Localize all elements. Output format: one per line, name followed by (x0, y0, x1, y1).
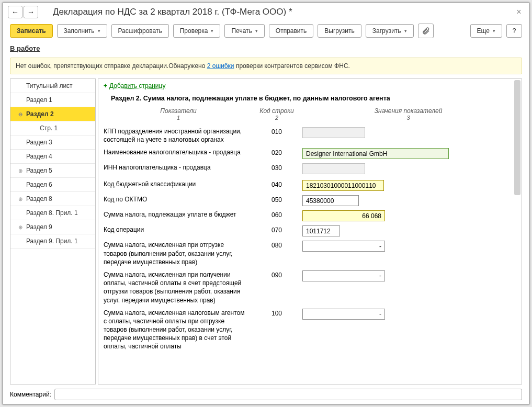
form-row-090: Сумма налога, исчисленная при получении … (98, 268, 522, 307)
decipher-button[interactable]: Расшифровать (111, 24, 169, 38)
send-button[interactable]: Отправить (269, 24, 314, 38)
titlebar: ← → Декларация по НДС за 2 квартал 2018 … (3, 3, 529, 19)
row-label: КПП подразделения иностранной организаци… (104, 127, 253, 144)
field-090[interactable]: - (302, 270, 385, 281)
sidebar-item-3[interactable]: ·Стр. 1 (10, 121, 95, 135)
form-row-070: Код операции0701011712 (98, 223, 522, 239)
more-button[interactable]: Еще (470, 24, 502, 38)
sidebar-item-8[interactable]: ⊕Раздел 8 (10, 192, 95, 206)
info-text-suffix: проверки контрагентов сервисом ФНС. (234, 62, 350, 70)
row-value-wrap (300, 163, 365, 176)
field-030[interactable] (302, 163, 365, 174)
col3-label: Значения показателей (300, 107, 516, 115)
sidebar-item-1[interactable]: ·Раздел 1 (10, 93, 95, 107)
sidebar-item-0[interactable]: ·Титульный лист (10, 79, 95, 93)
sidebar-item-10[interactable]: ⊕Раздел 9 (10, 220, 95, 234)
row-value-wrap: 45380000 (300, 195, 359, 206)
sidebar-item-4[interactable]: ·Раздел 3 (10, 135, 95, 150)
col2-num: 2 (253, 115, 300, 121)
scrollbar[interactable] (514, 80, 520, 195)
sidebar-item-6[interactable]: ⊕Раздел 5 (10, 164, 95, 178)
nav-back-button[interactable]: ← (8, 6, 22, 18)
import-button[interactable]: Загрузить (366, 24, 414, 38)
field-070[interactable]: 1011712 (302, 225, 340, 236)
sidebar-item-label: Стр. 1 (40, 125, 58, 132)
row-value-wrap: 18210301000011000110 (300, 180, 384, 191)
main-area: ·Титульный лист·Раздел 1⊖Раздел 2·Стр. 1… (10, 78, 522, 385)
sidebar: ·Титульный лист·Раздел 1⊖Раздел 2·Стр. 1… (10, 78, 96, 385)
row-label: Код по ОКТМО (104, 195, 253, 204)
row-value-wrap (300, 127, 365, 140)
row-code: 050 (253, 195, 300, 204)
attach-button[interactable] (418, 24, 434, 38)
row-label: Код бюджетной классификации (104, 180, 253, 188)
section-title: Раздел 2. Сумма налога, подлежащая уплат… (98, 93, 522, 106)
toolbar: Записать Заполнить Расшифровать Проверка… (3, 19, 529, 42)
sidebar-item-label: Раздел 8. Прил. 1 (26, 209, 78, 217)
field-010[interactable] (302, 127, 365, 138)
write-button[interactable]: Записать (10, 24, 53, 38)
sidebar-item-5[interactable]: ·Раздел 4 (10, 150, 95, 164)
sidebar-item-7[interactable]: ·Раздел 6 (10, 178, 95, 192)
close-icon: × (516, 7, 521, 17)
check-button[interactable]: Проверка (173, 24, 221, 38)
field-060[interactable]: 66 068 (302, 210, 385, 221)
row-label: Сумма налога, исчисленная налоговым аген… (104, 309, 253, 351)
tree-expander-icon[interactable]: ⊕ (18, 196, 23, 202)
sidebar-item-label: Раздел 9. Прил. 1 (26, 238, 78, 245)
field-100[interactable]: - (302, 309, 385, 320)
row-value-wrap: - (300, 270, 385, 281)
row-value-wrap: 66 068 (300, 210, 385, 221)
field-080[interactable]: - (302, 241, 385, 252)
sidebar-item-label: Раздел 2 (26, 110, 54, 118)
content-pane: +Добавить страницу Раздел 2. Сумма налог… (98, 78, 522, 385)
plus-icon: + (104, 82, 107, 89)
sidebar-item-label: Раздел 4 (26, 153, 52, 160)
window-title: Декларация по НДС за 2 квартал 2018 г. (… (53, 7, 510, 17)
sidebar-item-label: Титульный лист (26, 82, 73, 89)
row-value-wrap: 1011712 (300, 225, 340, 236)
row-code: 060 (253, 210, 300, 219)
print-button[interactable]: Печать (224, 24, 264, 38)
row-code: 090 (253, 270, 300, 279)
row-code: 100 (253, 309, 300, 317)
row-code: 020 (253, 148, 300, 156)
add-page-link[interactable]: Добавить страницу (109, 82, 165, 89)
close-button[interactable]: × (514, 7, 524, 17)
tree-expander-icon[interactable]: ⊕ (18, 168, 23, 174)
export-button[interactable]: Выгрузить (318, 24, 361, 38)
field-040[interactable]: 18210301000011000110 (302, 180, 384, 191)
fill-button[interactable]: Заполнить (57, 24, 107, 38)
row-value-wrap: - (300, 241, 385, 252)
nav-forward-button[interactable]: → (24, 6, 38, 18)
form-row-080: Сумма налога, исчисленная при отгрузке т… (98, 239, 522, 268)
info-errors-link[interactable]: 2 ошибки (207, 62, 234, 70)
arrow-right-icon: → (27, 8, 35, 16)
col2-label: Код строки (253, 107, 300, 115)
form-row-050: Код по ОКТМО05045380000 (98, 193, 522, 208)
sidebar-item-label: Раздел 9 (26, 223, 52, 231)
sidebar-item-label: Раздел 5 (26, 167, 52, 174)
help-button[interactable]: ? (506, 24, 522, 38)
row-code: 080 (253, 241, 300, 249)
sidebar-item-2[interactable]: ⊖Раздел 2 (10, 107, 95, 121)
sidebar-item-label: Раздел 8 (26, 195, 52, 202)
tree-expander-icon[interactable]: ⊕ (18, 224, 23, 230)
tree-expander-icon[interactable]: ⊖ (18, 111, 23, 117)
sidebar-item-label: Раздел 1 (26, 96, 52, 104)
sidebar-item-11[interactable]: ·Раздел 9. Прил. 1 (10, 234, 95, 248)
status-link[interactable]: В работе (10, 44, 40, 52)
form-row-020: Наименование налогоплательщика - продавц… (98, 146, 522, 161)
sidebar-item-label: Раздел 3 (26, 139, 52, 146)
field-020[interactable]: Designer International GmbH (302, 148, 449, 159)
row-label: Наименование налогоплательщика - продавц… (104, 148, 253, 156)
form-row-040: Код бюджетной классификации0401821030100… (98, 178, 522, 193)
col1-label: Показатели (104, 107, 253, 115)
comment-label: Комментарий: (10, 391, 51, 398)
comment-input[interactable] (54, 389, 522, 400)
column-headers: Показатели 1 Код строки 2 Значения показ… (98, 106, 522, 125)
sidebar-item-9[interactable]: ·Раздел 8. Прил. 1 (10, 206, 95, 220)
info-text-prefix: Нет ошибок, препятствующих отправке декл… (16, 62, 207, 70)
field-050[interactable]: 45380000 (302, 195, 359, 206)
row-code: 040 (253, 180, 300, 188)
